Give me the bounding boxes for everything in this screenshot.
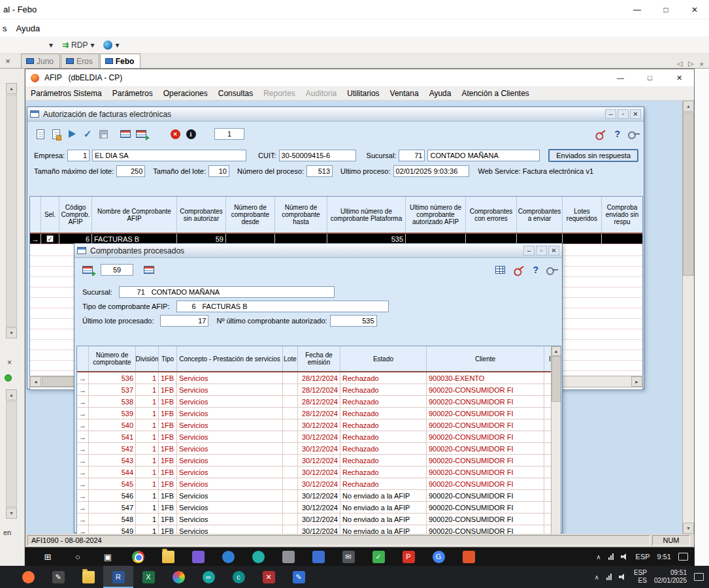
export-table-button[interactable] xyxy=(133,127,149,141)
key-icon[interactable] xyxy=(512,264,525,276)
grid2-row[interactable]: →53711FBServicios28/12/2024Rechazado9000… xyxy=(77,384,561,396)
file-explorer-slot[interactable] xyxy=(73,566,103,588)
dock-scroll-up-icon[interactable]: ▲ xyxy=(6,83,17,94)
remote-clock[interactable]: 9:51 xyxy=(657,553,671,561)
browser-slot[interactable]: G xyxy=(423,547,453,566)
tamano-maximo-field[interactable]: 250 xyxy=(116,165,145,177)
row-checkbox-cell[interactable]: ✓ xyxy=(41,234,59,244)
tab-febo[interactable]: Febo xyxy=(100,54,141,68)
photos-slot[interactable] xyxy=(183,547,213,566)
speaker-icon[interactable] xyxy=(621,553,629,560)
help-icon[interactable]: ? xyxy=(614,129,620,139)
scroll-right-icon[interactable]: ► xyxy=(631,376,642,387)
video-app-slot[interactable]: ✕ xyxy=(254,566,284,588)
checkbox-checked[interactable]: ✓ xyxy=(46,235,54,242)
key-icon[interactable] xyxy=(594,128,607,140)
run-button[interactable] xyxy=(64,127,80,141)
toolbar-dropdown-button[interactable]: ▾ xyxy=(44,41,58,50)
afip-menu-item[interactable]: Parámetros xyxy=(107,89,158,98)
grid2-row[interactable]: →54111FBServicios30/12/2024Rechazado9000… xyxy=(77,431,561,443)
scroll-thumb[interactable] xyxy=(552,356,561,402)
network-icon[interactable] xyxy=(606,574,612,580)
scroll-thumb[interactable] xyxy=(683,112,694,276)
grid2-row[interactable]: →54611FBServicios30/12/2024No enviado a … xyxy=(77,490,561,502)
sucursal-number-field[interactable]: 71 xyxy=(399,150,425,161)
info-button[interactable]: i xyxy=(183,127,199,141)
confirm-button[interactable]: ✓ xyxy=(80,127,95,141)
grid2-row[interactable]: →54011FBServicios30/12/2024Rechazado9000… xyxy=(77,419,561,431)
paint-slot[interactable] xyxy=(303,547,333,566)
mdi-vscrollbar[interactable]: ▲ ▼ xyxy=(682,101,694,534)
cuit-field[interactable]: 30-50009415-6 xyxy=(279,150,356,161)
new-button[interactable] xyxy=(33,127,48,141)
speaker-icon[interactable] xyxy=(619,574,627,580)
excel-slot[interactable]: X xyxy=(133,566,163,588)
scroll-up-icon[interactable]: ▲ xyxy=(552,346,561,356)
grid2-row[interactable]: →54911FBServicios30/12/2024No enviado a … xyxy=(77,525,561,534)
minimize-button[interactable]: – xyxy=(605,109,616,119)
process-count-field[interactable]: 1 xyxy=(214,128,244,140)
chrome-slot[interactable] xyxy=(123,547,153,566)
hotkeys-icon[interactable] xyxy=(628,131,640,137)
window-titlebar[interactable]: Comprobantes procesados – ▫ ✕ xyxy=(74,244,562,258)
grid2-row[interactable]: →54811FBServicios30/12/2024No enviado a … xyxy=(77,514,561,525)
calendar-slot[interactable]: ✓ xyxy=(363,547,393,566)
afip-menu-item[interactable]: Atención a Clientes xyxy=(456,89,534,98)
menu-item-ayuda[interactable]: Ayuda xyxy=(10,24,47,33)
numero-proceso-field[interactable]: 513 xyxy=(306,165,333,177)
grid2-row[interactable]: →54511FBServicios30/12/2024Rechazado9000… xyxy=(77,478,561,490)
sucursal-field[interactable]: 71 CONTADO MAÑANA xyxy=(119,286,335,298)
dock-scroll-up2-icon[interactable]: ▲ xyxy=(6,389,17,400)
afip-menu-item[interactable]: Auditoria xyxy=(301,89,342,98)
dock-scrollbar-track2[interactable] xyxy=(6,401,17,507)
grid2-vscrollbar[interactable]: ▲ ▼ xyxy=(551,346,561,534)
hotkeys-icon[interactable] xyxy=(546,267,558,273)
afip-menu-item[interactable]: Parámetros Sistema xyxy=(25,89,107,98)
scroll-up-icon[interactable]: ▲ xyxy=(683,101,694,112)
help-icon[interactable]: ? xyxy=(533,265,538,275)
empresa-number-field[interactable]: 1 xyxy=(67,150,90,161)
tab-close-icon[interactable]: × xyxy=(700,60,704,68)
properties-button[interactable] xyxy=(48,127,64,141)
menu-item-truncated[interactable]: s xyxy=(0,24,10,33)
table-button[interactable] xyxy=(118,127,133,141)
start-slot[interactable]: ⊞ xyxy=(33,547,63,566)
tipo-comprobante-field[interactable]: 6 FACTURAS B xyxy=(176,301,389,312)
close-button[interactable]: ✕ xyxy=(665,69,694,86)
loop-app-slot[interactable]: ∞ xyxy=(193,566,223,588)
dock-scroll-down2-icon[interactable]: ▼ xyxy=(6,508,17,519)
minimize-button[interactable]: — xyxy=(606,69,635,86)
edge-slot[interactable] xyxy=(213,547,243,566)
stop-button[interactable]: ✕ xyxy=(167,127,183,141)
file-explorer-slot[interactable] xyxy=(153,547,183,566)
afip-menu-item[interactable]: Reportes xyxy=(258,89,301,98)
dock-scroll-down-icon[interactable]: ▼ xyxy=(6,327,17,338)
ultimo-proceso-field[interactable]: 02/01/2025 9:03:36 xyxy=(393,165,469,177)
grid2-row[interactable]: →54211FBServicios30/12/2024Rechazado9000… xyxy=(77,443,561,455)
task-view-slot[interactable]: ▣ xyxy=(93,547,123,566)
pen-app-slot[interactable]: ✎ xyxy=(284,566,314,588)
maximize-button[interactable]: □ xyxy=(635,69,665,86)
count-field[interactable]: 59 xyxy=(101,264,133,276)
grid2-row[interactable]: →53611FBServicios28/12/2024Rechazado9000… xyxy=(77,372,561,384)
mail-slot[interactable]: ✉ xyxy=(333,547,363,566)
tab-forward-icon[interactable]: ▷ xyxy=(688,59,693,68)
afip-menu-item[interactable]: Ayuda xyxy=(424,89,457,98)
chat-slot[interactable] xyxy=(243,547,273,566)
panel-close-icon[interactable]: × xyxy=(0,54,16,68)
notification-icon[interactable] xyxy=(694,573,704,581)
afip-menu-item[interactable]: Consultas xyxy=(213,89,258,98)
enviados-sin-respuesta-button[interactable]: Enviados sin respuesta xyxy=(548,149,638,162)
maximize-button[interactable]: □ xyxy=(651,0,680,19)
tab-eros[interactable]: Eros xyxy=(61,54,99,68)
afip-menu-item[interactable]: Utilitarios xyxy=(342,89,384,98)
rdp-menu-button[interactable]: ⇉ RDP ▾ xyxy=(58,41,99,50)
tamano-lote-field[interactable]: 10 xyxy=(208,165,229,177)
tray-chevron-icon[interactable]: ∧ xyxy=(596,553,601,561)
network-icon[interactable] xyxy=(608,553,614,560)
afip-menu-item[interactable]: Operaciones xyxy=(158,89,213,98)
empresa-name-field[interactable]: EL DIA SA xyxy=(92,150,246,161)
tab-juno[interactable]: Juno xyxy=(21,54,60,68)
window-titlebar[interactable]: Autorización de facturas electrónicas – … xyxy=(27,107,644,122)
outer-titlebar[interactable]: al - Febo — □ ✕ xyxy=(0,0,709,20)
